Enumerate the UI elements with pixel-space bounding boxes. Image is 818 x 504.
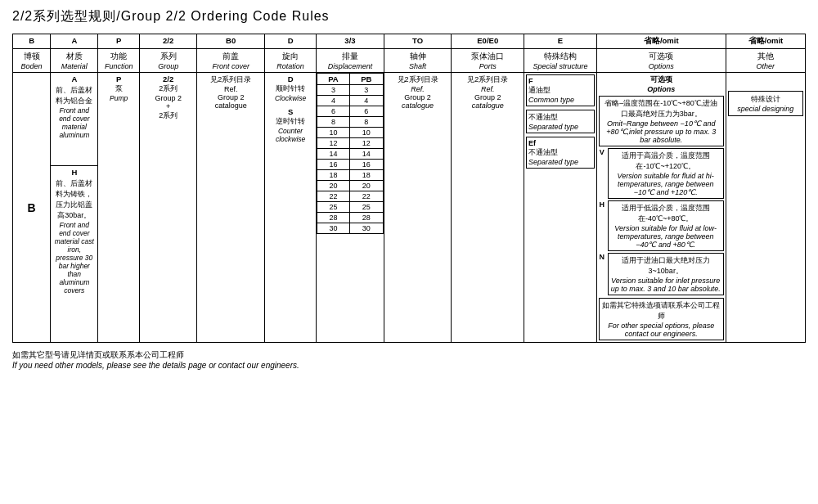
col-22-value: 2/2 2系列Group 2+2系列: [139, 73, 196, 343]
col-33-displacement: PA PB 33 44 66 88 1010 1212 1414 1616 18…: [317, 73, 384, 343]
main-content-row: B A 前、后盖材料为铝合金 Front and end cover mater…: [13, 73, 806, 166]
col-to-shaft: 见2系列目录 Ref. Group 2 catalogue: [384, 73, 452, 343]
col-e0-ports: 见2系列目录 Ref. Group 2 catalogue: [452, 73, 524, 343]
col-to-label: 轴伸 Shaft: [384, 49, 452, 73]
col-to-letter: TO: [384, 34, 452, 49]
col-22-label: 系列 Group: [139, 49, 196, 73]
ordering-table: B A P 2/2 B0 D 3/3 TO E0/E0 E 省略/omit 省略…: [12, 34, 806, 343]
col-b-value: B: [13, 73, 51, 343]
col-d-rotation: D 顺时针转 Clockwise S 逆时针转 Counter clockwis…: [265, 73, 317, 343]
col-d-letter: D: [265, 34, 317, 49]
col-33-letter: 3/3: [317, 34, 384, 49]
header-row-labels: 博顿 Boden 材质 Material 功能 Function 系列 Grou…: [13, 49, 806, 73]
col-33-label: 排量 Displacement: [317, 49, 384, 73]
col-e-special: F 通油型 Common type 不通油型 Separated type Ef…: [524, 73, 597, 343]
col-p-value: P 泵 Pump: [98, 73, 139, 343]
col-b-letter: B: [13, 34, 51, 49]
col-other-label: 其他 Other: [726, 49, 805, 73]
col-options: 可选项 Options 省略–温度范围在-10℃~+80℃,进油口最高绝对压力为…: [596, 73, 726, 343]
col-a-row-h: H 前、后盖材料为铸铁，压力比铝盖高30bar。 Front and end c…: [51, 165, 98, 342]
col-p-label: 功能 Function: [98, 49, 139, 73]
col-b-label: 博顿 Boden: [13, 49, 51, 73]
col-a-row-a: A 前、后盖材料为铝合金 Front and end cover materia…: [51, 73, 98, 166]
header-row-letters: B A P 2/2 B0 D 3/3 TO E0/E0 E 省略/omit 省略…: [13, 34, 806, 49]
footer-zh: 如需其它型号请见详情页或联系系本公司工程师: [12, 349, 806, 361]
col-d-label: 旋向 Rotation: [265, 49, 317, 73]
footer: 如需其它型号请见详情页或联系系本公司工程师 If you need other …: [12, 349, 806, 370]
col-b0-label: 前盖 Front cover: [197, 49, 265, 73]
col-omit1-letter: 省略/omit: [596, 34, 726, 49]
col-p-letter: P: [98, 34, 139, 49]
col-e-label: 特殊结构 Special structure: [524, 49, 597, 73]
col-22-letter: 2/2: [139, 34, 196, 49]
col-other: 特殊设计 special designing: [726, 73, 805, 343]
page-title: 2/2系列选型规则/Group 2/2 Ordering Code Rules: [12, 8, 806, 25]
col-e-letter: E: [524, 34, 597, 49]
footer-en: If you need other models, please see the…: [12, 361, 806, 370]
col-b0-letter: B0: [197, 34, 265, 49]
col-a-letter: A: [51, 34, 98, 49]
col-a-label: 材质 Material: [51, 49, 98, 73]
col-b0-value: 见2系列目录Ref.Group 2catalogue: [197, 73, 265, 343]
col-e0-label: 泵体油口 Ports: [452, 49, 524, 73]
col-e0-letter: E0/E0: [452, 34, 524, 49]
col-omit2-letter: 省略/omit: [726, 34, 805, 49]
col-options-label: 可选项 Options: [596, 49, 726, 73]
